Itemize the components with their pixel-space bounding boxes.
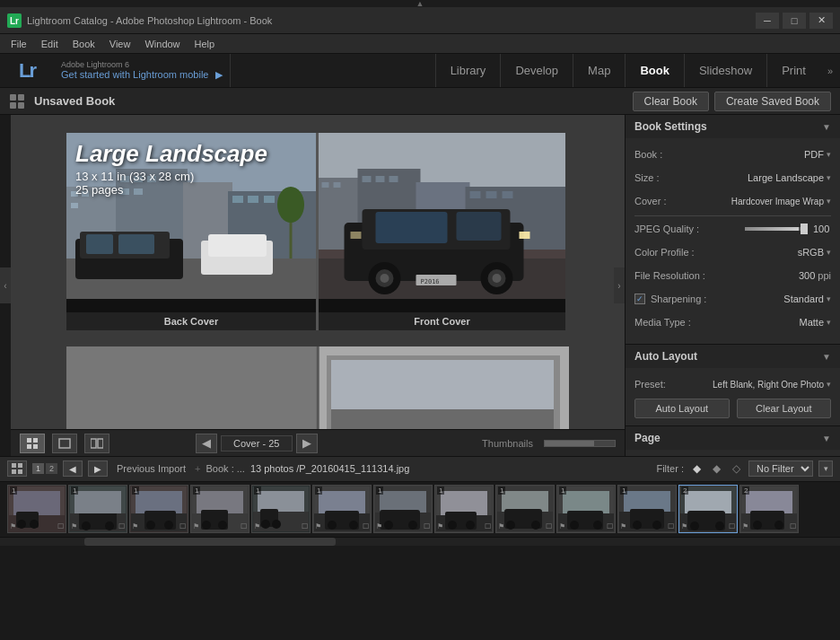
book-value[interactable]: PDF ▾ (804, 149, 831, 160)
page-2-indicator[interactable]: 2 (46, 463, 57, 474)
page-content: ✓ Page Numbers Top ▾ (626, 450, 840, 456)
nav-library[interactable]: Library (435, 54, 501, 87)
svg-point-121 (384, 521, 393, 530)
filmstrip-thumb-5[interactable]: 1 ⚑ ☐ (251, 485, 311, 533)
left-panel-toggle[interactable]: ‹ (0, 267, 11, 303)
nav-more[interactable]: » (820, 54, 840, 87)
jpeg-slider-fill (745, 227, 799, 231)
svg-rect-66 (331, 409, 554, 429)
filter-icon-3[interactable]: ◇ (729, 461, 743, 476)
filmstrip-thumb-1[interactable]: 1 ⚑ ☐ (7, 485, 66, 533)
preset-dropdown-arrow: ▾ (827, 380, 831, 389)
filmstrip-prev-button[interactable]: ◀ (63, 460, 83, 477)
svg-point-158 (774, 521, 783, 530)
menu-window[interactable]: Window (137, 37, 187, 51)
back-cover[interactable]: Back Cover Large Landscape 13 x 11 in (3… (66, 133, 316, 330)
canvas-scroll[interactable]: Back Cover Large Landscape 13 x 11 in (3… (11, 115, 625, 429)
page-header[interactable]: Page ▼ (626, 426, 840, 450)
next-page-button[interactable]: ▶ (296, 434, 318, 453)
thumb-num: 1 (254, 487, 261, 495)
media-value[interactable]: Matte ▾ (799, 317, 831, 328)
filmstrip-thumb-10[interactable]: 1 ⚑ ☐ (556, 485, 616, 533)
grid-view-button[interactable] (20, 434, 45, 453)
sharpening-checkbox[interactable]: ✓ (634, 294, 645, 304)
svg-rect-71 (33, 438, 38, 443)
clear-book-button[interactable]: Clear Book (633, 92, 709, 111)
window-controls[interactable]: ─ □ ✕ (756, 13, 833, 29)
right-panel-toggle[interactable]: › (614, 267, 625, 303)
filmstrip-thumb-13[interactable]: 2 ⚑ ☐ (739, 485, 799, 533)
filmstrip-thumb-12[interactable]: 2 ⚑ ☐ (678, 485, 738, 533)
top-expand-arrow[interactable]: ▲ (0, 0, 840, 7)
jpeg-slider-thumb[interactable] (801, 224, 808, 234)
filmstrip-thumb-2[interactable]: 1 ⚑ ☐ (68, 485, 127, 533)
lr-tagline[interactable]: Get started with Lightroom mobile ▶ (61, 69, 223, 81)
sharpening-value[interactable]: Standard ▾ (783, 294, 831, 304)
size-value[interactable]: Large Landscape ▾ (748, 172, 831, 183)
nav-slideshow[interactable]: Slideshow (684, 54, 766, 87)
filmstrip-thumb-6[interactable]: 1 ⚑ ☐ (312, 485, 372, 533)
filmstrip-thumb-7[interactable]: 1 ⚑ ☐ (373, 485, 433, 533)
filter-icon-1[interactable]: ◆ (689, 461, 704, 476)
svg-rect-80 (18, 469, 22, 474)
book-toolbar: Unsaved Book Clear Book Create Saved Boo… (0, 88, 840, 115)
svg-rect-20 (248, 196, 258, 203)
auto-layout-header[interactable]: Auto Layout ▼ (626, 345, 840, 368)
spread-view-button[interactable] (84, 434, 109, 453)
filmstrip-next-button[interactable]: ▶ (88, 460, 108, 477)
filter-icon-2[interactable]: ◆ (709, 461, 723, 476)
nav-develop[interactable]: Develop (500, 54, 573, 87)
single-view-button[interactable] (52, 434, 77, 453)
inner-pages[interactable]: КНИГАРНЯ (20, 346, 616, 429)
resolution-unit: ppi (818, 270, 831, 281)
filmstrip-thumb-4[interactable]: 1 ⚑ ☐ (190, 485, 249, 533)
cover-title: Large Landscape (75, 140, 267, 168)
filter-select[interactable]: No Filter (748, 460, 813, 477)
minimize-button[interactable]: ─ (756, 13, 779, 29)
menu-edit[interactable]: Edit (34, 37, 66, 51)
svg-point-146 (652, 521, 661, 530)
auto-layout-section: Auto Layout ▼ Preset: Left Blank, Right … (626, 345, 840, 426)
jpeg-row: JPEG Quality : 100 (634, 220, 831, 238)
svg-rect-13 (71, 203, 78, 208)
maximize-button[interactable]: □ (783, 13, 806, 29)
book-settings-header[interactable]: Book Settings ▼ (626, 115, 840, 138)
menu-book[interactable]: Book (66, 37, 102, 51)
jpeg-slider[interactable]: 100 (699, 224, 831, 234)
filmstrip-photos[interactable]: 1 ⚑ ☐ 1 ⚑ ☐ 1 ⚑ ☐ 1 ⚑ ☐ 1 ⚑ ☐ (0, 482, 840, 537)
filmstrip: 1 2 ◀ ▶ Previous Import + Book : ... 13 … (0, 456, 840, 537)
page-1-indicator[interactable]: 1 (32, 463, 44, 474)
cover-pages: 25 pages (75, 183, 267, 197)
bottom-scrollbar[interactable] (0, 537, 840, 546)
nav-print[interactable]: Print (766, 54, 820, 87)
color-value[interactable]: sRGB ▾ (798, 247, 831, 258)
menu-view[interactable]: View (102, 37, 138, 51)
front-cover[interactable]: P2016 Front Cover (316, 133, 565, 330)
book-row: Book : PDF ▾ (634, 145, 831, 163)
filter-dropdown-button[interactable]: ▾ (818, 460, 833, 477)
filmstrip-thumb-8[interactable]: 1 ⚑ ☐ (434, 485, 494, 533)
clear-layout-button[interactable]: Clear Layout (737, 399, 832, 418)
svg-rect-25 (86, 234, 113, 254)
auto-layout-button[interactable]: Auto Layout (634, 399, 730, 418)
prev-page-button[interactable]: ◀ (196, 434, 217, 453)
svg-point-134 (531, 521, 540, 530)
filmstrip-thumb-11[interactable]: 1 ⚑ ☐ (617, 485, 677, 533)
close-button[interactable]: ✕ (809, 13, 833, 29)
svg-rect-38 (363, 176, 372, 182)
menu-help[interactable]: Help (188, 37, 223, 51)
page-spread[interactable]: КНИГАРНЯ (66, 346, 569, 429)
nav-book[interactable]: Book (625, 54, 684, 87)
nav-map[interactable]: Map (573, 54, 625, 87)
zoom-slider[interactable] (544, 440, 616, 447)
jpeg-slider-track[interactable] (745, 227, 808, 231)
filmstrip-thumb-3[interactable]: 1 ⚑ ☐ (129, 485, 188, 533)
menu-file[interactable]: File (4, 37, 34, 51)
filmstrip-thumb-9[interactable]: 1 ⚑ ☐ (495, 485, 555, 533)
filmstrip-grid-button[interactable] (7, 460, 27, 477)
svg-rect-26 (118, 234, 154, 254)
create-saved-book-button[interactable]: Create Saved Book (714, 92, 831, 111)
cover-value[interactable]: Hardcover Image Wrap ▾ (731, 197, 831, 206)
preset-value[interactable]: Left Blank, Right One Photo ▾ (713, 380, 831, 390)
thumb-flag-icon: ⚑ (559, 522, 565, 530)
